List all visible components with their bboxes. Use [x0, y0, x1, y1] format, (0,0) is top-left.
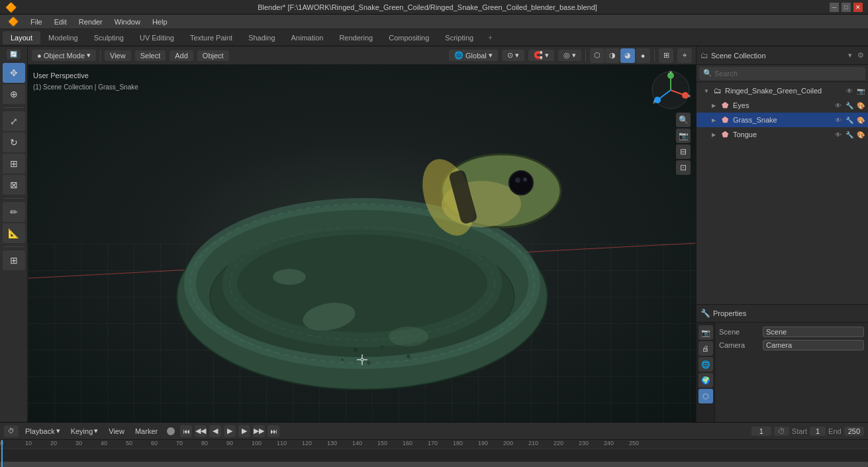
shading-rendered[interactable]: ●	[636, 48, 650, 63]
material-icon-2[interactable]: 🎨	[856, 117, 865, 124]
menu-render[interactable]: Render	[73, 17, 108, 27]
select-tool[interactable]: ✥	[3, 63, 25, 83]
tab-animation[interactable]: Animation	[283, 31, 332, 44]
jump-start-btn[interactable]: ⏮	[180, 425, 192, 437]
outliner-item-collection[interactable]: ▼ 🗂 Ringed_Snake_Green_Coiled 👁 📷	[697, 83, 868, 98]
visibility-icon-2[interactable]: 👁	[834, 117, 843, 124]
expand-icon-eyes[interactable]: ▶	[712, 103, 720, 109]
object-mode-dropdown[interactable]: ● Object Mode ▾	[32, 50, 96, 61]
zoom-to-fit[interactable]: 🔍	[676, 113, 691, 127]
tab-layout[interactable]: Layout	[3, 31, 40, 44]
pivot-dropdown[interactable]: ⊙ ▾	[502, 50, 524, 61]
menu-window[interactable]: Window	[109, 17, 146, 27]
render-icon-0[interactable]: 📷	[856, 87, 865, 95]
outliner-item-eyes[interactable]: ▶ ⬟ Eyes 👁 🔧 🎨	[697, 98, 868, 113]
tab-uv-editing[interactable]: UV Editing	[132, 31, 182, 44]
start-frame-display[interactable]: 1	[810, 427, 826, 436]
prop-render-btn[interactable]: 📷	[699, 325, 713, 340]
rotate-tool[interactable]: ↻	[3, 132, 25, 152]
toggle-camera[interactable]: 📷	[676, 129, 691, 143]
prop-scene-btn[interactable]: 🌐	[699, 357, 713, 372]
add-workspace-button[interactable]: ＋	[481, 31, 499, 44]
prev-keyframe-btn[interactable]: ◀◀	[195, 425, 207, 437]
proportional-edit[interactable]: ◎ ▾	[558, 50, 581, 61]
shading-solid[interactable]: ◑	[605, 48, 620, 63]
camera-prop-value[interactable]: Camera	[763, 340, 864, 350]
object-menu[interactable]: Object	[197, 50, 229, 61]
expand-icon-snake[interactable]: ▶	[712, 117, 720, 123]
outliner-item-tongue[interactable]: ▶ ⬟ Tongue 👁 🔧 🎨	[697, 127, 868, 142]
view-menu[interactable]: View	[105, 50, 131, 61]
tab-compositing[interactable]: Compositing	[381, 31, 437, 44]
visibility-icon-3[interactable]: 👁	[834, 131, 843, 138]
tab-texture-paint[interactable]: Texture Paint	[182, 31, 240, 44]
marker-menu[interactable]: Marker	[131, 426, 162, 437]
gizmo-toggle[interactable]: ⌖	[677, 48, 692, 63]
tab-scripting[interactable]: Scripting	[437, 31, 481, 44]
timeline-mode-btn[interactable]: ⏱	[4, 425, 19, 437]
scale-tool[interactable]: ⊞	[3, 154, 25, 174]
visibility-icon-0[interactable]: 👁	[845, 87, 854, 95]
jump-end-btn[interactable]: ⏭	[267, 425, 279, 437]
menu-blender[interactable]: 🔶	[3, 15, 24, 28]
tab-sculpting[interactable]: Sculpting	[86, 31, 132, 44]
select-menu[interactable]: Select	[135, 50, 166, 61]
snap-toggle[interactable]: 🧲 ▾	[528, 50, 554, 61]
close-button[interactable]: ✕	[853, 3, 863, 12]
render-icon-2[interactable]: 🔧	[845, 117, 854, 124]
annotate-tool[interactable]: ✏	[3, 202, 25, 222]
scene-prop-value[interactable]: Scene	[763, 327, 864, 337]
transform-orientation[interactable]: 🌐 Global ▾	[449, 50, 498, 61]
view-menu-tl[interactable]: View	[105, 426, 128, 437]
scrollbar-thumb[interactable]	[0, 462, 868, 467]
prop-object-btn[interactable]: ⬡	[699, 389, 713, 403]
move-tool[interactable]: ⤢	[3, 111, 25, 131]
add-tool[interactable]: ⊞	[3, 250, 25, 270]
prop-world-btn[interactable]: 🌍	[699, 373, 713, 388]
cursor-tool[interactable]: ⊕	[3, 84, 25, 104]
viewport-gizmo[interactable]: Y X Z	[651, 70, 691, 110]
prop-output-btn[interactable]: 🖨	[699, 341, 713, 356]
keyframe-dot[interactable]	[167, 427, 175, 435]
end-frame-display[interactable]: 250	[844, 427, 864, 436]
shading-material[interactable]: ◕	[620, 48, 635, 63]
next-frame-btn[interactable]: ▶	[238, 425, 250, 437]
play-btn[interactable]: ▶	[224, 425, 236, 437]
outliner-item-grass-snake[interactable]: ▶ ⬟ Grass_Snake 👁 🔧 🎨	[697, 113, 868, 127]
menu-file[interactable]: File	[25, 17, 48, 27]
frame-150: 150	[377, 440, 387, 446]
measure-tool[interactable]: 📐	[3, 223, 25, 243]
add-menu[interactable]: Add	[169, 50, 193, 61]
current-frame-display[interactable]: 1	[751, 427, 771, 436]
toggle-perspective[interactable]: ⊟	[676, 144, 691, 159]
tab-shading[interactable]: Shading	[240, 31, 283, 44]
expand-icon[interactable]: ▼	[704, 88, 712, 94]
playback-menu[interactable]: Playback ▾	[21, 425, 64, 437]
window-controls[interactable]: ─ □ ✕	[830, 3, 863, 12]
transform-tool[interactable]: ⊠	[3, 175, 25, 195]
overlay-toggle[interactable]: ⊞	[659, 48, 673, 63]
tab-rendering[interactable]: Rendering	[331, 31, 381, 44]
outliner-filter-btn[interactable]: ▾	[848, 51, 852, 60]
render-icon-3[interactable]: 🔧	[845, 131, 854, 138]
timeline-scrollbar[interactable]	[0, 462, 868, 467]
menu-help[interactable]: Help	[147, 17, 173, 27]
material-icon-3[interactable]: 🎨	[856, 131, 865, 138]
next-keyframe-btn[interactable]: ▶▶	[253, 425, 265, 437]
outliner-search-placeholder[interactable]: Search	[714, 70, 738, 78]
expand-icon-tongue[interactable]: ▶	[712, 132, 720, 138]
maximize-button[interactable]: □	[842, 3, 851, 12]
viewport-canvas[interactable]: User Perspective (1) Scene Collection | …	[28, 65, 696, 422]
minimize-button[interactable]: ─	[830, 3, 839, 12]
prev-frame-btn[interactable]: ◀	[209, 425, 221, 437]
shading-wireframe[interactable]: ⬡	[590, 48, 604, 63]
render-icon-1[interactable]: 🔧	[845, 102, 854, 109]
outliner-options-btn[interactable]: ⚙	[857, 51, 864, 60]
material-icon-1[interactable]: 🎨	[856, 102, 865, 109]
keying-menu[interactable]: Keying ▾	[67, 425, 103, 437]
timeline-ruler[interactable]: 0 10 20 30 40 50 60 70 80 90 100 110 120…	[0, 440, 868, 467]
tab-modeling[interactable]: Modeling	[40, 31, 86, 44]
menu-edit[interactable]: Edit	[49, 17, 72, 27]
visibility-icon-1[interactable]: 👁	[834, 102, 843, 109]
toggle-xray[interactable]: ⊡	[676, 160, 691, 175]
